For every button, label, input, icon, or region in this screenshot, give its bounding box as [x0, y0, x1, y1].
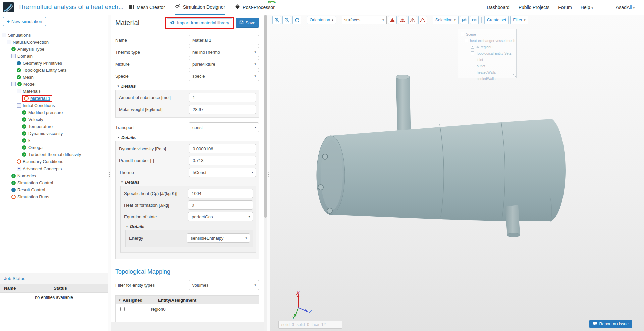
transport-select[interactable]: const▾ [189, 122, 259, 132]
entity-filter-select[interactable]: volumes▾ [189, 280, 259, 290]
report-issue-button[interactable]: Report an issue [589, 320, 632, 328]
thermo-type-select[interactable]: heRhoThermo▾ [189, 47, 259, 57]
tree-item-modified-pressure[interactable]: ✓Modified pressure [0, 109, 108, 116]
tree-item-materials[interactable]: −Materials [0, 88, 108, 95]
tab-post-processor[interactable]: BETA Post-Processor [235, 0, 275, 15]
mixture-select[interactable]: pureMixture▾ [189, 59, 259, 69]
caret-down-icon: ▾ [254, 50, 256, 54]
show-selection-button[interactable] [470, 16, 479, 24]
tree-item-result-control[interactable]: Result Control [0, 186, 108, 193]
collapse-icon[interactable]: − [7, 40, 11, 44]
collapse-icon[interactable]: − [465, 39, 468, 42]
tree-item-temperature[interactable]: ✓Temperature [0, 123, 108, 130]
triangle-down-icon[interactable]: ▼ [118, 299, 121, 302]
equation-of-state-select[interactable]: perfectGas▾ [188, 212, 253, 221]
dynamic-viscosity-input[interactable] [189, 144, 256, 153]
orientation-button[interactable]: Orientation▾ [307, 16, 336, 24]
render-mode-select[interactable]: surfaces▾ [342, 16, 387, 24]
user-menu[interactable]: AsadAli▾ [616, 5, 635, 10]
nav-public-projects[interactable]: Public Projects [519, 5, 550, 10]
visibility-icon[interactable] [476, 45, 479, 49]
mesh-outline-button[interactable] [418, 16, 427, 24]
zoom-in-button[interactable] [272, 16, 281, 24]
scene-item-outlet[interactable]: outlet [458, 63, 516, 69]
create-set-button[interactable]: Create set [484, 16, 509, 24]
specie-select[interactable]: specie▾ [189, 71, 259, 81]
scene-item-cooledwalls[interactable]: cooledWalls [458, 75, 516, 82]
refresh-view-button[interactable] [292, 16, 301, 24]
expand-icon[interactable]: + [471, 45, 474, 49]
collapse-icon[interactable]: − [11, 54, 16, 58]
details-toggle[interactable]: ▼Details [121, 180, 256, 185]
hide-selection-button[interactable] [460, 16, 469, 24]
scene-item-topological-entity-sets[interactable]: −Topological Entity Sets [458, 50, 516, 56]
scene-item-heatedwalls[interactable]: heatedWalls [458, 69, 516, 75]
zoom-out-button[interactable] [282, 16, 291, 24]
panel-splitter-right[interactable] [267, 15, 270, 331]
collapse-icon[interactable]: − [2, 33, 6, 37]
caret-down-icon: ▾ [248, 215, 250, 218]
tree-item-domain[interactable]: −Domain [0, 53, 108, 60]
tree-item-model[interactable]: −✓Model [0, 81, 108, 88]
tree-item-omega[interactable]: ✓Omega [0, 144, 108, 151]
mesh-wire-button[interactable] [408, 16, 417, 24]
import-material-library-button[interactable]: Import from material library [167, 18, 232, 27]
tree-item-topological-entity-sets[interactable]: ✓Topological Entity Sets [0, 67, 108, 74]
selection-button[interactable]: Selection▾ [433, 16, 459, 24]
resize-handle-icon[interactable] [513, 74, 516, 77]
tree-item-material-1[interactable]: Material 1 [0, 95, 108, 102]
scene-item-mesh[interactable]: −heat-exchanger-vessel mesh [458, 37, 516, 44]
tree-item-simulations[interactable]: −Simulations [0, 31, 108, 39]
expand-icon[interactable]: + [17, 167, 21, 171]
tree-item-naturalconvection[interactable]: −NaturalConvection [0, 39, 108, 46]
amount-of-substance-input[interactable] [189, 93, 256, 102]
name-input[interactable] [189, 35, 259, 45]
heat-of-formation-input[interactable] [188, 200, 253, 210]
tab-mesh-creator[interactable]: Mesh Creator [129, 0, 165, 15]
filter-button[interactable]: Filter▾ [510, 16, 528, 24]
tree-item-initial-conditions[interactable]: −Initial Conditions [0, 102, 108, 109]
tree-item-dynamic-viscosity[interactable]: ✓Dynamic viscosity [0, 130, 108, 137]
nav-forum[interactable]: Forum [558, 5, 572, 10]
prandtl-number-input[interactable] [189, 156, 256, 165]
collapse-icon[interactable]: − [17, 103, 21, 108]
heat-exchanger-model[interactable] [270, 15, 644, 331]
project-title[interactable]: Thermofluid analysis of a heat exch... [18, 3, 124, 11]
details-toggle[interactable]: ▼Details [117, 84, 259, 89]
tree-item-advanced-concepts[interactable]: +Advanced Concepts [0, 165, 108, 172]
tree-item-k[interactable]: ✓k [0, 137, 108, 144]
tree-item-geometry-primitives[interactable]: Geometry Primitives [0, 60, 108, 67]
scrollbar-thumb[interactable] [264, 15, 267, 218]
collapse-icon[interactable]: − [471, 51, 474, 55]
scene-item-scene[interactable]: −Scene [458, 31, 516, 37]
tree-item-velocity[interactable]: ✓Velocity [0, 116, 108, 123]
scene-item-region0[interactable]: + region0 [458, 44, 516, 50]
tree-item-numerics[interactable]: ✓Numerics [0, 172, 108, 179]
collapse-icon[interactable]: − [461, 32, 464, 36]
tab-simulation-designer[interactable]: Simulation Designer [175, 0, 225, 15]
nav-dashboard[interactable]: Dashboard [487, 5, 510, 10]
scene-item-inlet[interactable]: inlet [458, 56, 516, 63]
details-toggle[interactable]: ▼Details [117, 135, 259, 140]
table-row-region0[interactable]: region0 [116, 304, 259, 314]
assigned-checkbox[interactable] [120, 307, 125, 311]
tree-item-analysis-type[interactable]: ✓Analysis Type [0, 46, 108, 53]
tree-item-mesh[interactable]: ✓Mesh [0, 74, 108, 81]
thermo-select[interactable]: hConst▾ [189, 168, 256, 177]
mesh-solid-button[interactable] [388, 16, 397, 24]
simscale-logo-icon[interactable] [3, 2, 14, 12]
details-toggle[interactable]: ▼Details [126, 224, 253, 229]
tree-item-simulation-runs[interactable]: Simulation Runs [0, 193, 108, 200]
tree-item-boundary-conditions[interactable]: Boundary Conditions [0, 158, 108, 165]
nav-help[interactable]: Help▾ [581, 5, 593, 10]
collapse-icon[interactable]: − [17, 89, 21, 93]
tree-item-turbulent-thermal-diffusivity[interactable]: ✓Turbulent thermal diffusivity [0, 151, 108, 158]
collapse-icon[interactable]: − [11, 82, 16, 86]
molar-weight-input[interactable] [189, 105, 256, 114]
mesh-shaded-button[interactable] [398, 16, 407, 24]
specific-heat-input[interactable] [188, 189, 253, 198]
energy-select[interactable]: sensibleEnthalpy▾ [187, 233, 250, 243]
new-simulation-button[interactable]: + New simulation [3, 17, 46, 26]
save-button[interactable]: Save [236, 18, 259, 28]
tree-item-simulation-control[interactable]: ✓Simulation Control [0, 179, 108, 186]
